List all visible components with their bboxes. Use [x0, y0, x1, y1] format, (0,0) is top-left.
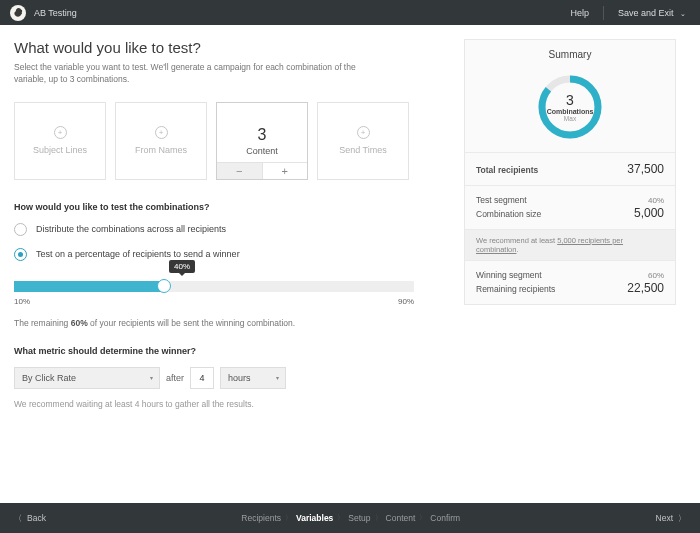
metric-heading: What metric should determine the winner?: [14, 346, 446, 356]
summary-test-segment: Test segment40% Combination size5,000: [465, 185, 675, 229]
radio-distribute-all[interactable]: Distribute the combinations across all r…: [14, 223, 446, 236]
slider-fill: [14, 281, 164, 292]
remaining-text: The remaining 60% of your recipients wil…: [14, 318, 446, 328]
card-subject-lines[interactable]: + Subject Lines: [14, 102, 106, 180]
card-label: Subject Lines: [33, 145, 87, 155]
step-variables[interactable]: Variables: [296, 513, 333, 523]
page-heading: What would you like to test?: [14, 39, 446, 56]
chevron-left-icon: 〈: [14, 513, 22, 524]
unit-select[interactable]: hours ▾: [220, 367, 286, 389]
stepper: − +: [217, 162, 307, 179]
help-link[interactable]: Help: [570, 8, 589, 18]
save-exit-button[interactable]: Save and Exit ⌄: [618, 8, 686, 18]
metric-select[interactable]: By Click Rate ▾: [14, 367, 160, 389]
donut-label: Combinations: [547, 108, 594, 115]
back-button[interactable]: 〈 Back: [14, 513, 46, 524]
next-label: Next: [656, 513, 673, 523]
card-label: From Names: [135, 145, 187, 155]
page-subtext: Select the variable you want to test. We…: [14, 62, 384, 86]
chevron-down-icon: ▾: [150, 374, 153, 381]
chevron-down-icon: ⌄: [680, 10, 686, 17]
slider-max: 90%: [398, 297, 414, 306]
radio-icon: [14, 223, 27, 236]
percentage-slider[interactable]: 40%: [14, 281, 414, 292]
step-setup[interactable]: Setup: [348, 513, 370, 523]
slider-labels: 10% 90%: [14, 297, 414, 306]
chevron-right-icon: 〉: [678, 513, 686, 524]
step-confirm[interactable]: Confirm: [430, 513, 460, 523]
summary-winning-segment: Winning segment60% Remaining recipients2…: [465, 260, 675, 304]
top-bar: AB Testing Help Save and Exit ⌄: [0, 0, 700, 25]
slider-thumb[interactable]: [157, 279, 171, 293]
summary-panel: Summary 3 Combinations Max Total recipie…: [464, 39, 676, 305]
select-value: hours: [228, 373, 251, 383]
card-from-names[interactable]: + From Names: [115, 102, 207, 180]
variable-cards: + Subject Lines + From Names 3 Content −…: [14, 102, 446, 180]
plus-icon: +: [357, 126, 370, 139]
slider-track: [14, 281, 414, 292]
radio-label: Distribute the combinations across all r…: [36, 224, 226, 234]
summary-total: Total recipients37,500: [465, 152, 675, 185]
bottom-bar: 〈 Back Recipients〉 Variables〉 Setup〉 Con…: [0, 503, 700, 533]
step-content[interactable]: Content: [386, 513, 416, 523]
back-label: Back: [27, 513, 46, 523]
summary-recommendation: We recommend at least 5,000 recipients p…: [465, 229, 675, 260]
card-label: Send Times: [339, 145, 387, 155]
step-recipients[interactable]: Recipients: [241, 513, 281, 523]
summary-title: Summary: [465, 40, 675, 72]
radio-test-percentage[interactable]: Test on a percentage of recipients to se…: [14, 248, 446, 261]
radio-label: Test on a percentage of recipients to se…: [36, 249, 240, 259]
page-title-topbar: AB Testing: [34, 8, 570, 18]
save-exit-label: Save and Exit: [618, 8, 674, 18]
donut-number: 3: [566, 92, 574, 108]
metric-recommendation: We recommend waiting at least 4 hours to…: [14, 399, 446, 409]
plus-icon: +: [54, 126, 67, 139]
radio-icon-selected: [14, 248, 27, 261]
plus-button[interactable]: +: [263, 163, 308, 179]
chevron-down-icon: ▾: [276, 374, 279, 381]
summary-donut-chart: 3 Combinations Max: [535, 72, 605, 142]
select-value: By Click Rate: [22, 373, 76, 383]
combo-heading: How would you like to test the combinati…: [14, 202, 446, 212]
minus-button[interactable]: −: [217, 163, 263, 179]
slider-tooltip: 40%: [169, 260, 195, 273]
slider-min: 10%: [14, 297, 30, 306]
donut-sub: Max: [564, 115, 576, 122]
after-label: after: [166, 373, 184, 383]
wizard-steps: Recipients〉 Variables〉 Setup〉 Content〉 C…: [46, 513, 656, 523]
next-button[interactable]: Next 〉: [656, 513, 686, 524]
card-content[interactable]: 3 Content − +: [216, 102, 308, 180]
card-send-times[interactable]: + Send Times: [317, 102, 409, 180]
hours-input[interactable]: 4: [190, 367, 214, 389]
card-count: 3: [258, 126, 267, 144]
divider: [603, 6, 604, 20]
plus-icon: +: [155, 126, 168, 139]
mailchimp-logo-icon: [10, 5, 26, 21]
metric-row: By Click Rate ▾ after 4 hours ▾: [14, 367, 446, 389]
card-label: Content: [246, 146, 278, 156]
